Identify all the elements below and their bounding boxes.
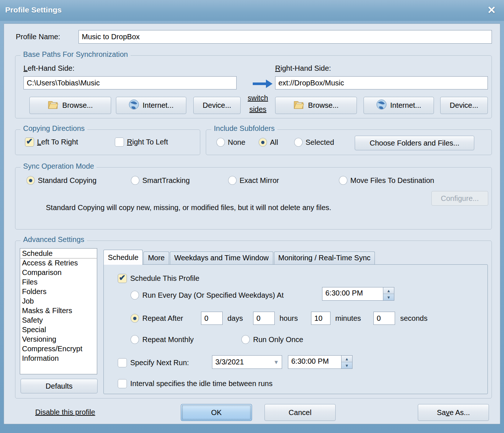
radio-selected-icon xyxy=(259,138,267,147)
seconds-input[interactable] xyxy=(373,312,395,325)
list-item-masks-filters[interactable]: Masks & Filters xyxy=(20,306,97,315)
list-item-folders[interactable]: Folders xyxy=(20,287,97,296)
radio-icon xyxy=(241,335,250,344)
checkbox-unchecked-icon xyxy=(115,137,124,147)
tab-monitoring-realtime-sync[interactable]: Monitoring / Real-Time Sync xyxy=(274,252,375,265)
profile-name-label: Profile Name: xyxy=(16,33,60,41)
list-item-files[interactable]: Files xyxy=(20,277,97,287)
list-item-access-retries[interactable]: Access & Retries xyxy=(20,258,97,268)
spin-up-icon[interactable]: ▲ xyxy=(342,356,352,362)
cancel-button[interactable]: Cancel xyxy=(264,404,336,421)
switch-sides-link[interactable]: switch sides xyxy=(247,94,269,114)
days-input[interactable] xyxy=(201,312,223,325)
right-device-button[interactable]: Device... xyxy=(440,97,488,114)
radio-icon xyxy=(131,335,139,344)
left-browse-label: Browse... xyxy=(62,101,93,110)
include-subfolders-title: Include Subfolders xyxy=(211,124,277,133)
radio-icon xyxy=(131,291,139,300)
time-spinner-buttons[interactable]: ▲ ▼ xyxy=(341,356,352,368)
right-internet-label: Internet... xyxy=(390,101,421,110)
checkbox-checked-icon xyxy=(118,274,127,283)
ok-button[interactable]: OK xyxy=(181,404,252,421)
save-as-button[interactable]: Save As... xyxy=(418,404,489,421)
advanced-settings-list[interactable]: Schedule Access & Retries Comparison Fil… xyxy=(20,248,97,374)
list-item-comparison[interactable]: Comparison xyxy=(20,268,97,277)
direction-arrow-icon xyxy=(251,78,274,90)
minutes-label: minutes xyxy=(335,314,361,323)
configure-button: Configure... xyxy=(431,191,488,206)
run-every-day-radio[interactable]: Run Every Day (Or Specified Weekdays) At xyxy=(131,291,284,300)
disable-profile-link[interactable]: Disable this profile xyxy=(35,408,95,417)
include-subfolders-group: Include Subfolders None All Selected Cho… xyxy=(206,129,492,155)
radio-icon xyxy=(216,138,225,147)
dialog-title: Profile Settings xyxy=(5,5,62,14)
spin-down-icon[interactable]: ▼ xyxy=(383,294,394,300)
list-item-information[interactable]: Information xyxy=(20,353,97,363)
spin-up-icon[interactable]: ▲ xyxy=(383,287,394,294)
radio-selected[interactable]: Selected xyxy=(294,138,334,147)
globe-icon xyxy=(376,99,387,111)
sync-mode-description: Standard Copying will copy new, missing,… xyxy=(46,203,331,212)
title-bar: Profile Settings ✕ xyxy=(0,0,504,21)
repeat-monthly-radio[interactable]: Repeat Monthly xyxy=(131,335,194,344)
tab-more[interactable]: More xyxy=(143,252,169,265)
checkbox-checked-icon xyxy=(25,137,34,147)
checkbox-unchecked-icon xyxy=(118,379,127,388)
specify-next-run-checkbox[interactable]: Specify Next Run: xyxy=(118,358,189,367)
list-item-compress-encrypt[interactable]: Compress/Encrypt xyxy=(20,344,97,353)
chevron-down-icon: ▼ xyxy=(271,359,282,365)
left-browse-button[interactable]: Browse... xyxy=(29,97,111,114)
right-path-input[interactable] xyxy=(275,76,488,89)
run-only-once-radio[interactable]: Run Only Once xyxy=(241,335,303,344)
radio-selected-icon xyxy=(26,176,35,185)
next-run-date-dropdown[interactable]: 3/3/2021 ▼ xyxy=(212,355,282,369)
list-item-safety[interactable]: Safety xyxy=(20,315,97,325)
radio-smarttracking[interactable]: SmartTracking xyxy=(131,176,190,185)
hours-label: hours xyxy=(280,314,298,323)
sync-operation-mode-group: Sync Operation Mode Standard Copying Sma… xyxy=(15,167,492,230)
copying-directions-title: Copying Directions xyxy=(21,124,87,133)
next-run-time-spinner[interactable]: 6:30:00 PM ▲ ▼ xyxy=(288,355,353,369)
list-item-special[interactable]: Special xyxy=(20,325,97,334)
list-item-job[interactable]: Job xyxy=(20,296,97,306)
right-to-left-checkbox[interactable]: Right To Left xyxy=(115,137,168,147)
spin-down-icon[interactable]: ▼ xyxy=(342,362,352,368)
defaults-button[interactable]: Defaults xyxy=(21,379,98,393)
radio-icon xyxy=(228,176,237,185)
right-browse-label: Browse... xyxy=(308,101,339,110)
next-run-date-value: 3/3/2021 xyxy=(212,356,271,368)
hours-input[interactable] xyxy=(253,312,275,325)
folder-icon xyxy=(293,99,304,111)
right-hand-side-label: Right-Hand Side: xyxy=(275,64,331,73)
radio-move-files[interactable]: Move Files To Destination xyxy=(339,176,434,185)
tab-schedule[interactable]: Schedule xyxy=(103,250,143,265)
profile-name-input[interactable] xyxy=(78,30,492,44)
right-browse-button[interactable]: Browse... xyxy=(275,97,357,114)
minutes-input[interactable] xyxy=(311,312,330,325)
time-spinner-buttons[interactable]: ▲ ▼ xyxy=(383,287,394,300)
close-icon[interactable]: ✕ xyxy=(485,4,498,17)
radio-all[interactable]: All xyxy=(259,138,278,147)
list-item-versioning[interactable]: Versioning xyxy=(20,334,97,344)
run-time-spinner[interactable]: 6:30:00 PM ▲ ▼ xyxy=(322,287,394,301)
radio-selected-icon xyxy=(131,314,139,323)
seconds-label: seconds xyxy=(400,314,428,323)
left-to-right-checkbox[interactable]: Left To Right xyxy=(25,137,78,147)
dialog-body: Profile Name: Base Paths For Synchroniza… xyxy=(4,23,500,424)
radio-exact-mirror[interactable]: Exact Mirror xyxy=(228,176,279,185)
radio-icon xyxy=(294,138,303,147)
advanced-settings-group: Advanced Settings Schedule Access & Retr… xyxy=(15,241,492,399)
left-path-input[interactable] xyxy=(23,76,237,89)
left-device-button[interactable]: Device... xyxy=(193,97,241,114)
choose-folders-button[interactable]: Choose Folders and Files... xyxy=(355,136,474,150)
right-internet-button[interactable]: Internet... xyxy=(364,97,434,114)
radio-icon xyxy=(339,176,347,185)
radio-none[interactable]: None xyxy=(216,138,245,147)
left-internet-button[interactable]: Internet... xyxy=(116,97,186,114)
schedule-this-profile-checkbox[interactable]: Schedule This Profile xyxy=(118,274,200,283)
radio-standard-copying[interactable]: Standard Copying xyxy=(26,176,96,185)
list-item-schedule[interactable]: Schedule xyxy=(20,249,97,258)
tab-weekdays-time-window[interactable]: Weekdays and Time Window xyxy=(170,252,273,265)
interval-idle-checkbox[interactable]: Interval specifies the idle time between… xyxy=(118,379,273,388)
repeat-after-radio[interactable]: Repeat After xyxy=(131,314,183,323)
